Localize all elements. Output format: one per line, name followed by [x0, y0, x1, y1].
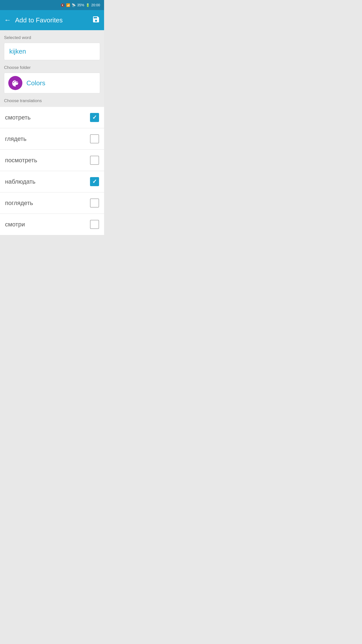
battery-text: 35% — [77, 3, 84, 7]
back-button[interactable]: ← — [4, 17, 11, 24]
translation-text: посмотреть — [5, 157, 37, 164]
translation-text: наблюдать — [5, 178, 35, 185]
translation-checkbox[interactable] — [90, 134, 99, 143]
choose-folder-label: Choose folder — [4, 65, 100, 70]
selected-word-value: kijken — [9, 48, 26, 55]
page-title: Add to Favorites — [15, 16, 63, 24]
translation-text: поглядеть — [5, 199, 33, 207]
translation-text: смотреть — [5, 114, 31, 121]
translation-item[interactable]: поглядеть — [0, 192, 104, 214]
translation-item[interactable]: глядеть — [0, 128, 104, 150]
translation-checkbox[interactable] — [90, 220, 99, 229]
battery-icon: 🔋 — [86, 3, 90, 7]
folder-icon-circle — [8, 76, 22, 90]
translation-checkbox[interactable] — [90, 156, 99, 165]
time-display: 20:00 — [91, 3, 100, 7]
translation-checkbox[interactable] — [90, 113, 99, 122]
app-bar-left: ← Add to Favorites — [4, 16, 63, 24]
translation-item[interactable]: смотри — [0, 214, 104, 235]
selected-word-box: kijken — [4, 43, 100, 60]
palette-icon — [12, 79, 19, 87]
choose-translations-label: Choose translations — [4, 98, 100, 103]
translation-checkbox[interactable] — [90, 198, 99, 208]
translation-item[interactable]: посмотреть — [0, 150, 104, 171]
save-icon — [92, 15, 100, 23]
translation-item[interactable]: наблюдать — [0, 171, 104, 192]
app-bar: ← Add to Favorites — [0, 10, 104, 30]
save-button[interactable] — [92, 15, 100, 25]
signal-icon: 📡 — [72, 3, 76, 7]
status-bar: 🔇 📶 📡 35% 🔋 20:00 — [0, 0, 104, 10]
status-icons: 🔇 📶 📡 35% 🔋 20:00 — [61, 3, 100, 7]
folder-selector[interactable]: Colors — [4, 73, 100, 93]
translation-checkbox[interactable] — [90, 177, 99, 186]
mute-icon: 🔇 — [61, 3, 65, 7]
content-area: Selected word kijken Choose folder Color… — [0, 30, 104, 107]
selected-word-label: Selected word — [4, 35, 100, 40]
translations-list: смотретьглядетьпосмотретьнаблюдатьпогляд… — [0, 107, 104, 235]
wifi-icon: 📶 — [66, 3, 70, 7]
translation-text: глядеть — [5, 135, 26, 142]
translation-item[interactable]: смотреть — [0, 107, 104, 128]
translation-text: смотри — [5, 221, 25, 228]
folder-name: Colors — [26, 79, 45, 87]
